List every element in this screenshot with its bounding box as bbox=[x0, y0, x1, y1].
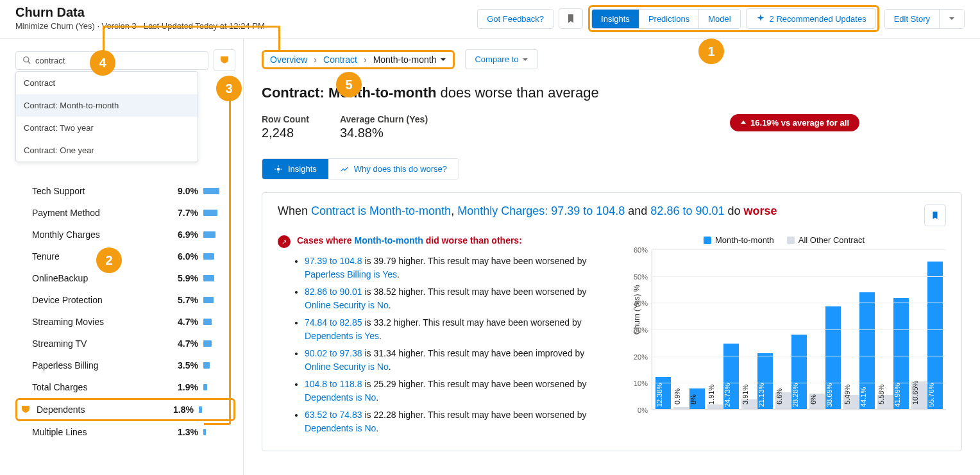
bar-primary: 55.76% bbox=[927, 262, 943, 410]
metric-value: 1.9% bbox=[166, 382, 198, 392]
metric-value: 5.9% bbox=[166, 273, 198, 283]
sidebar-bookmark-button[interactable] bbox=[214, 49, 235, 71]
tab-model[interactable]: Model bbox=[699, 10, 739, 28]
chevron-down-icon bbox=[522, 56, 528, 63]
edit-story-button[interactable]: Edit Story bbox=[885, 10, 940, 28]
search-input[interactable] bbox=[35, 56, 201, 65]
metric-row[interactable]: Paperless Billing3.5% bbox=[15, 354, 235, 376]
metric-name: Device Protection bbox=[32, 295, 161, 305]
metric-name: Streaming Movies bbox=[32, 317, 161, 327]
metric-name: Dependents bbox=[37, 404, 156, 415]
metric-row[interactable]: Multiple Lines1.3% bbox=[15, 421, 235, 443]
metric-row[interactable]: Tech Support9.0% bbox=[15, 180, 235, 202]
callout-line bbox=[204, 423, 230, 425]
bar-group: 44.1%5.58% bbox=[859, 250, 893, 410]
chevron-right-icon: › bbox=[314, 54, 317, 65]
card-bookmark-button[interactable] bbox=[924, 204, 946, 226]
metric-row[interactable]: Payment Method7.7% bbox=[15, 202, 235, 224]
badge-icon bbox=[219, 54, 230, 66]
metric-row[interactable]: Streaming Movies4.7% bbox=[15, 311, 235, 333]
metric-bar bbox=[203, 362, 210, 369]
header: Churn Data Minimize Churn (Yes) · Versio… bbox=[0, 0, 980, 39]
breadcrumb-contract[interactable]: Contract bbox=[323, 54, 357, 65]
callout-line bbox=[103, 26, 105, 51]
metric-row[interactable]: Monthly Charges6.9% bbox=[15, 224, 235, 246]
y-tick: 10% bbox=[634, 379, 648, 387]
callout-2: 2 bbox=[96, 247, 122, 273]
case-item: 82.86 to 90.01 is 38.52 higher. This res… bbox=[305, 285, 602, 312]
case-item: 74.84 to 82.85 is 33.2 higher. This resu… bbox=[305, 316, 602, 343]
metric-name: Monthly Charges bbox=[32, 229, 161, 240]
stat-average: Average Churn (Yes) 34.88% bbox=[340, 114, 428, 140]
breadcrumb-current-dropdown[interactable]: Month-to-month bbox=[373, 54, 447, 65]
tab-predictions[interactable]: Predictions bbox=[639, 10, 699, 28]
svg-rect-2 bbox=[224, 62, 226, 63]
cases-heading: Cases where Month-to-month did worse tha… bbox=[297, 235, 522, 246]
autocomplete-item[interactable]: Contract bbox=[16, 72, 198, 94]
recommended-updates-button[interactable]: 2 Recommended Updates bbox=[746, 8, 876, 29]
bar-group: 38.69%5.49% bbox=[825, 250, 859, 410]
metric-row[interactable]: Device Protection5.7% bbox=[15, 289, 235, 311]
metric-bar bbox=[203, 253, 214, 260]
callout-line bbox=[103, 26, 278, 28]
breadcrumb: Overview › Contract › Month-to-month bbox=[270, 54, 446, 65]
metric-value: 4.7% bbox=[166, 338, 198, 349]
metric-value: 1.8% bbox=[162, 404, 194, 415]
tab-insights-inner[interactable]: Insights bbox=[262, 159, 328, 179]
metric-name: Paperless Billing bbox=[32, 360, 161, 371]
bar-secondary: 6% bbox=[809, 394, 825, 410]
feedback-button[interactable]: Got Feedback? bbox=[477, 9, 553, 29]
metric-value: 1.3% bbox=[166, 427, 198, 437]
autocomplete-list: Contract Contract: Month-to-month Contra… bbox=[15, 71, 198, 162]
case-item: 63.52 to 74.83 is 22.28 higher. This res… bbox=[305, 408, 602, 435]
metric-row[interactable]: Total Charges1.9% bbox=[15, 376, 235, 398]
autocomplete-item[interactable]: Contract: Two year bbox=[16, 117, 198, 139]
svg-rect-3 bbox=[25, 411, 27, 413]
bar-group: 41.99%10.65% bbox=[893, 250, 927, 410]
y-tick: 40% bbox=[634, 299, 648, 307]
tab-insights[interactable]: Insights bbox=[592, 10, 639, 28]
metric-row[interactable]: Streaming TV4.7% bbox=[15, 333, 235, 354]
insight-title: When Contract is Month-to-month, Monthly… bbox=[278, 204, 777, 218]
metric-bar bbox=[203, 384, 207, 390]
chart-icon bbox=[340, 165, 349, 174]
metric-value: 6.0% bbox=[166, 251, 198, 262]
metric-bar bbox=[203, 297, 214, 303]
bookmark-icon bbox=[931, 210, 940, 221]
insight-icon bbox=[274, 165, 283, 174]
metric-value: 7.7% bbox=[166, 208, 198, 218]
bar-secondary: 3.91% bbox=[741, 399, 757, 410]
svg-line-1 bbox=[28, 62, 31, 64]
bar-group: 21.13%6.6% bbox=[757, 250, 791, 410]
bookmark-icon bbox=[566, 13, 576, 24]
autocomplete-item[interactable]: Contract: One year bbox=[16, 139, 198, 162]
insight-heading: Contract: Month-to-month does worse than… bbox=[262, 85, 962, 101]
arrow-up-icon bbox=[740, 120, 747, 126]
metric-bar bbox=[203, 275, 214, 281]
chevron-down-icon bbox=[440, 56, 446, 63]
metric-name: Total Charges bbox=[32, 382, 161, 392]
y-tick: 20% bbox=[634, 353, 648, 361]
sidebar: Contract Contract: Month-to-month Contra… bbox=[0, 39, 244, 475]
edit-story-dropdown[interactable] bbox=[940, 10, 964, 28]
metric-value: 4.7% bbox=[166, 317, 198, 327]
metric-name: Tech Support bbox=[32, 186, 161, 196]
bar-primary: 28.28% bbox=[791, 335, 807, 410]
bar-primary: 44.1% bbox=[859, 292, 875, 410]
metric-row[interactable]: OnlineBackup5.9% bbox=[15, 267, 235, 289]
stat-rowcount: Row Count 2,248 bbox=[262, 114, 309, 140]
bookmark-button[interactable] bbox=[559, 8, 583, 29]
metric-row[interactable]: Tenure6.0% bbox=[15, 246, 235, 267]
metric-row[interactable]: Dependents1.8% bbox=[15, 398, 235, 421]
callout-4: 4 bbox=[90, 50, 115, 76]
compare-to-dropdown[interactable]: Compare to bbox=[465, 49, 538, 69]
tab-why[interactable]: Why does this do worse? bbox=[328, 159, 459, 179]
callout-5: 5 bbox=[336, 72, 362, 97]
y-tick: 0% bbox=[638, 406, 648, 414]
metric-value: 6.9% bbox=[166, 229, 198, 240]
autocomplete-item[interactable]: Contract: Month-to-month bbox=[16, 94, 198, 117]
chart: Month-to-month All Other Contract Churn … bbox=[622, 235, 946, 439]
comparison-pill: 16.19% vs average for all bbox=[730, 114, 859, 131]
metric-bar bbox=[203, 319, 212, 325]
breadcrumb-overview[interactable]: Overview bbox=[270, 54, 307, 65]
